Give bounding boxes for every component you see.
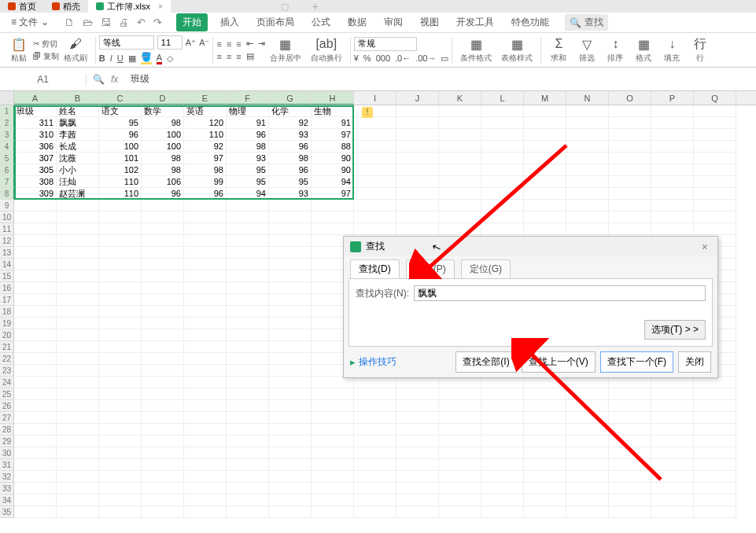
cell[interactable] [184,341,227,353]
cell[interactable] [524,141,566,153]
align-left-icon[interactable]: ≡ [216,52,221,61]
cell[interactable] [396,424,439,436]
cell[interactable] [651,471,694,483]
tab-find[interactable]: 查找(D) [350,259,400,278]
row-header[interactable]: 1 [0,105,14,117]
cell[interactable] [227,471,269,483]
cell[interactable] [14,282,57,294]
redo-icon[interactable]: ↷ [153,17,162,28]
cell[interactable] [609,459,651,471]
cell[interactable] [481,494,524,506]
cell[interactable] [312,494,354,506]
indent-dec-icon[interactable]: ⇤ [246,39,253,49]
cell[interactable] [609,506,651,518]
cell[interactable] [227,223,269,235]
cell[interactable] [694,494,736,506]
cell[interactable] [694,141,736,153]
cell[interactable] [609,188,651,200]
sum[interactable]: Σ求和 [544,36,573,64]
cell[interactable] [609,164,651,176]
fx-icon[interactable]: fx [111,74,118,85]
cell[interactable]: 106 [142,176,184,188]
menu-layout[interactable]: 页面布局 [252,14,299,31]
tab-home[interactable]: 首页 [0,0,44,13]
cell[interactable] [566,400,609,412]
cell[interactable] [481,424,524,436]
cell[interactable]: 305 [14,164,57,176]
cell[interactable] [566,471,609,483]
cell[interactable] [142,424,184,436]
cell[interactable] [14,353,57,365]
cell[interactable] [184,200,227,211]
row-header[interactable]: 21 [0,341,14,353]
cell[interactable] [99,318,142,329]
cell[interactable] [694,506,736,518]
cell[interactable] [566,412,609,424]
cell[interactable] [227,506,269,518]
format-type-icon[interactable]: ▭ [441,53,448,64]
cell[interactable] [57,388,99,400]
cell[interactable] [439,141,481,153]
format-painter[interactable]: 🖌 格式刷 [59,36,92,64]
cell[interactable] [57,494,99,506]
cell[interactable] [566,424,609,436]
cell[interactable]: 307 [14,153,57,164]
close-icon[interactable]: × [158,2,163,11]
cell[interactable] [481,200,524,211]
cell[interactable] [99,494,142,506]
cell[interactable] [481,436,524,447]
cell[interactable] [57,506,99,518]
align-top-icon[interactable]: ≡ [216,39,221,49]
open-icon[interactable]: 🗁 [83,17,93,28]
cell[interactable] [57,306,99,318]
col-header[interactable]: N [566,91,609,105]
cell[interactable] [227,211,269,223]
cell[interactable]: 92 [269,117,312,129]
cell[interactable] [312,400,354,412]
cell[interactable] [184,353,227,365]
cell[interactable] [57,318,99,329]
row-header[interactable]: 12 [0,235,14,247]
cell[interactable] [396,506,439,518]
cell[interactable] [694,153,736,164]
cell[interactable] [142,235,184,247]
cell[interactable]: 91 [227,117,269,129]
cell[interactable] [524,436,566,447]
align-mid-icon[interactable]: ≡ [227,39,231,49]
cell[interactable]: 95 [269,176,312,188]
cell[interactable] [227,424,269,436]
cell[interactable] [14,259,57,270]
cell[interactable] [524,200,566,211]
cell[interactable] [184,494,227,506]
cond-format[interactable]: ▦条件格式 [455,36,496,64]
cell[interactable] [481,412,524,424]
find-next-button[interactable]: 查找下一个(F) [600,351,673,373]
cell[interactable] [142,388,184,400]
cell[interactable] [227,306,269,318]
cell[interactable] [14,412,57,424]
cell[interactable] [354,105,396,117]
cell[interactable] [566,105,609,117]
cell[interactable] [312,211,354,223]
filter[interactable]: ▽筛选 [573,36,601,64]
cell[interactable] [354,188,396,200]
row-header[interactable]: 35 [0,506,14,518]
cell[interactable] [354,117,396,129]
cell[interactable] [396,400,439,412]
cell[interactable] [99,400,142,412]
cell[interactable] [609,424,651,436]
cell[interactable] [396,447,439,459]
cut-button[interactable]: ✂ 剪切 [33,39,59,50]
cell[interactable] [142,506,184,518]
cell[interactable] [142,365,184,377]
cell[interactable] [694,164,736,176]
cell[interactable] [184,306,227,318]
formula-input[interactable]: 班级 [124,72,756,86]
cell[interactable] [566,153,609,164]
cell[interactable] [14,506,57,518]
cell[interactable] [694,447,736,459]
cell[interactable] [184,447,227,459]
cell[interactable] [524,483,566,494]
increase-font-icon[interactable]: A⁺ [186,38,196,48]
cell[interactable] [609,471,651,483]
